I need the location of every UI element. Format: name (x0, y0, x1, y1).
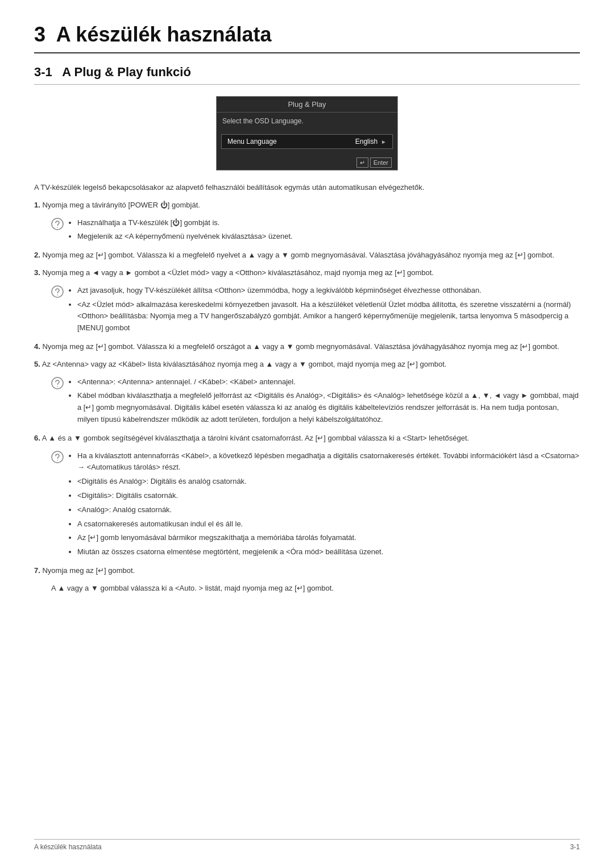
svg-point-1 (57, 227, 58, 228)
step-4: 4. Nyomja meg az [↵] gombot. Válassza ki… (34, 341, 580, 353)
osd-row-value: English ► (355, 138, 387, 146)
section-title: 3-1 A Plug & Play funkció (34, 65, 580, 80)
step-5-note-2: Kábel módban kiválaszthatja a megfelelő … (77, 390, 580, 425)
step-7-sub: A ▲ vagy a ▼ gombbal válassza ki a <Auto… (51, 583, 580, 595)
svg-point-3 (57, 294, 58, 296)
svg-point-5 (57, 386, 58, 387)
page-footer: A készülék használata 3-1 (34, 839, 580, 851)
osd-row-label: Menu Language (227, 138, 277, 146)
step-2: 2. Nyomja meg az [↵] gombot. Válassza ki… (34, 250, 580, 261)
step-3-bullets: Azt javasoljuk, hogy TV-készülékét állít… (68, 285, 580, 337)
step-1-bullets: Használhatja a TV-készülék [⏻] gombját i… (68, 217, 293, 246)
note-icon-5 (51, 377, 64, 389)
step-6-note-2: <Digitális és Analóg>: Digitális és anal… (77, 476, 580, 488)
step-6-note-5: A csatornakeresés automatikusan indul el… (77, 518, 580, 530)
chapter-header: 3 A készülék használata (34, 23, 580, 53)
step-7: 7. Nyomja meg az [↵] gombot. (34, 565, 580, 577)
osd-screenshot: Plug & Play Select the OSD Language. Men… (216, 96, 398, 171)
step-5: 5. Az <Antenna> vagy az <Kábel> lista ki… (34, 359, 580, 371)
note-icon-6 (51, 451, 64, 463)
osd-menu-row: Menu Language English ► (221, 134, 393, 149)
osd-title: Plug & Play (217, 97, 397, 113)
step-1: 1. Nyomja meg a távirányító [POWER ⏻] go… (34, 200, 580, 211)
svg-point-6 (52, 451, 63, 463)
step-2-num: 2. (34, 251, 40, 259)
step-3-note-2: <Az <Üzlet mód> alkalmazása kereskedelmi… (77, 299, 580, 334)
svg-point-4 (52, 377, 63, 389)
step-6-notes: Ha a kiválasztott antennaforrás <Kábel>,… (51, 450, 580, 560)
svg-point-7 (57, 460, 58, 461)
svg-point-0 (52, 218, 63, 230)
step-5-num: 5. (34, 360, 40, 368)
step-3-note-1: Azt javasoljuk, hogy TV-készülékét állít… (77, 285, 580, 297)
step-5-notes: <Antenna>: <Antenna> antennajel. / <Kábe… (51, 376, 580, 428)
footer-right: 3-1 (570, 843, 580, 851)
step-5-note-1: <Antenna>: <Antenna> antennajel. / <Kábe… (77, 376, 580, 388)
step-1-note-2: Megjelenik az <A képernyőmenü nyelvének … (77, 231, 293, 243)
osd-arrow-icon: ► (381, 139, 387, 145)
section-header: 3-1 A Plug & Play funkció (34, 65, 580, 85)
note-icon-1 (51, 218, 64, 230)
osd-enter: ↵ Enter (217, 156, 397, 170)
note-icon-3 (51, 285, 64, 298)
step-3-notes: Azt javasoljuk, hogy TV-készülékét állít… (51, 285, 580, 337)
content-area: A TV-készülék legelső bekapcsolásakor az… (34, 182, 580, 595)
step-1-num: 1. (34, 201, 40, 209)
step-6-bullets: Ha a kiválasztott antennaforrás <Kábel>,… (68, 450, 580, 560)
enter-icon: ↵ (356, 157, 368, 168)
svg-point-2 (52, 286, 63, 297)
step-6-note-4: <Analóg>: Analóg csatornák. (77, 504, 580, 516)
step-3-num: 3. (34, 268, 40, 277)
step-6-note-1: Ha a kiválasztott antennaforrás <Kábel>,… (77, 450, 580, 474)
chapter-title: 3 A készülék használata (34, 23, 580, 47)
step-6-note-3: <Digitális>: Digitális csatornák. (77, 490, 580, 502)
step-4-num: 4. (34, 342, 40, 351)
step-1-note-1: Használhatja a TV-készülék [⏻] gombját i… (77, 217, 293, 229)
step-6-num: 6. (34, 434, 40, 442)
footer-left: A készülék használata (34, 843, 102, 851)
step-3: 3. Nyomja meg a ◄ vagy a ► gombot a <Üzl… (34, 267, 580, 279)
osd-subtitle: Select the OSD Language. (217, 113, 397, 127)
step-1-notes: Használhatja a TV-készülék [⏻] gombját i… (51, 217, 580, 246)
step-6-note-7: Miután az összes csatorna elmentése megt… (77, 546, 580, 558)
step-6-note-6: Az [↵] gomb lenyomásával bármikor megsza… (77, 532, 580, 544)
step-7-num: 7. (34, 566, 40, 575)
intro-text: A TV-készülék legelső bekapcsolásakor az… (34, 182, 580, 194)
step-5-bullets: <Antenna>: <Antenna> antennajel. / <Kábe… (68, 376, 580, 428)
step-6: 6. A ▲ és a ▼ gombok segítségével kivála… (34, 433, 580, 445)
